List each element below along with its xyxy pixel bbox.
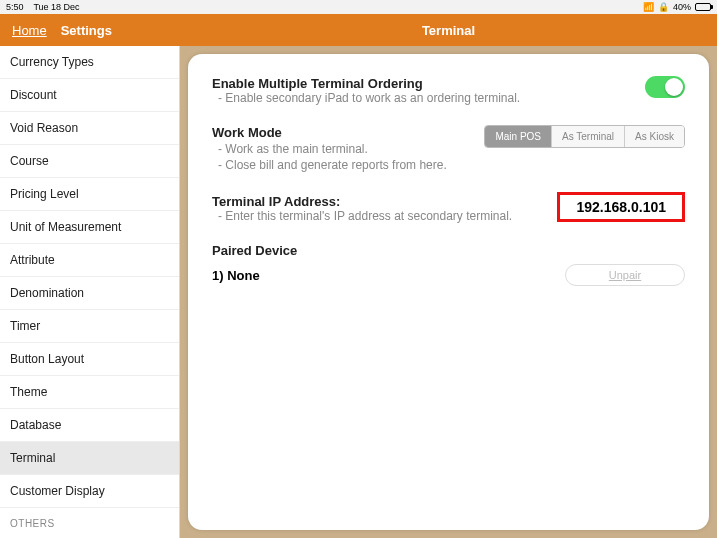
sidebar-item-previous-receipts[interactable]: Previous Receipts (0, 533, 179, 538)
segment-main-pos[interactable]: Main POS (485, 126, 551, 147)
nav-home-link[interactable]: Home (12, 23, 47, 38)
settings-sidebar[interactable]: Currency TypesDiscountVoid ReasonCourseP… (0, 46, 180, 538)
sidebar-item-timer[interactable]: Timer (0, 310, 179, 343)
enable-ordering-sub: - Enable secondary iPad to work as an or… (218, 91, 685, 105)
paired-device-item: 1) None (212, 268, 260, 283)
unpair-button[interactable]: Unpair (565, 264, 685, 286)
sidebar-item-currency-types[interactable]: Currency Types (0, 46, 179, 79)
status-bar: 5:50 Tue 18 Dec 📶 🔒 40% (0, 0, 717, 14)
sidebar-item-database[interactable]: Database (0, 409, 179, 442)
sidebar-item-unit-of-measurement[interactable]: Unit of Measurement (0, 211, 179, 244)
content-area: Enable Multiple Terminal Ordering - Enab… (180, 46, 717, 538)
page-title: Terminal (180, 23, 717, 38)
status-date: Tue 18 Dec (33, 2, 79, 12)
enable-ordering-toggle[interactable] (645, 76, 685, 98)
segment-as-terminal[interactable]: As Terminal (551, 126, 624, 147)
ip-address-value: 192.168.0.101 (557, 192, 685, 222)
paired-device-row: Paired Device 1) None Unpair (212, 243, 685, 286)
sidebar-item-terminal[interactable]: Terminal (0, 442, 179, 475)
orientation-lock-icon: 🔒 (658, 2, 669, 12)
sidebar-item-customer-display[interactable]: Customer Display (0, 475, 179, 508)
work-mode-sub2: - Close bill and generate reports from h… (218, 158, 685, 172)
ip-address-row: Terminal IP Address: - Enter this termin… (212, 194, 685, 223)
enable-ordering-title: Enable Multiple Terminal Ordering (212, 76, 685, 91)
sidebar-item-attribute[interactable]: Attribute (0, 244, 179, 277)
status-left: 5:50 Tue 18 Dec (6, 2, 80, 12)
status-right: 📶 🔒 40% (643, 2, 711, 12)
segment-as-kiosk[interactable]: As Kiosk (624, 126, 684, 147)
work-mode-row: Work Mode - Work as the main terminal. -… (212, 125, 685, 172)
status-time: 5:50 (6, 2, 24, 12)
sidebar-item-button-layout[interactable]: Button Layout (0, 343, 179, 376)
battery-pct: 40% (673, 2, 691, 12)
sidebar-item-pricing-level[interactable]: Pricing Level (0, 178, 179, 211)
work-mode-segmented[interactable]: Main POS As Terminal As Kiosk (484, 125, 685, 148)
sidebar-item-denomination[interactable]: Denomination (0, 277, 179, 310)
sidebar-item-void-reason[interactable]: Void Reason (0, 112, 179, 145)
sidebar-item-theme[interactable]: Theme (0, 376, 179, 409)
battery-icon (695, 3, 711, 11)
nav-bar: Home Settings Terminal (0, 14, 717, 46)
sidebar-item-discount[interactable]: Discount (0, 79, 179, 112)
nav-settings-label: Settings (61, 23, 112, 38)
sidebar-section-others: OTHERS (0, 508, 179, 533)
enable-ordering-row: Enable Multiple Terminal Ordering - Enab… (212, 76, 685, 105)
wifi-icon: 📶 (643, 2, 654, 12)
paired-device-title: Paired Device (212, 243, 685, 258)
sidebar-item-course[interactable]: Course (0, 145, 179, 178)
terminal-panel: Enable Multiple Terminal Ordering - Enab… (188, 54, 709, 530)
